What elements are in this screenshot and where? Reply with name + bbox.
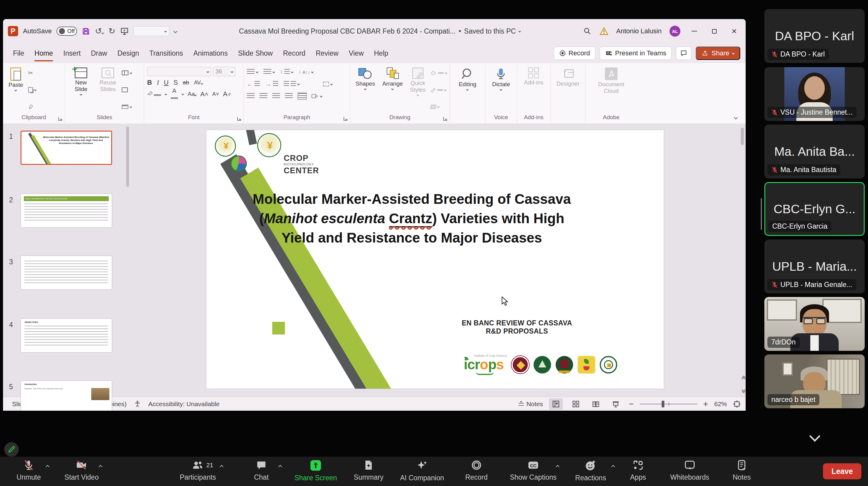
participant-tile-ma-anita[interactable]: Ma. Anita Ba... Ma. Anita Bautista <box>764 124 865 178</box>
shape-outline-button[interactable] <box>431 85 447 95</box>
participant-tile-uplb-maria[interactable]: UPLB - Maria... UPLB - Maria Genale... <box>764 239 865 293</box>
paragraph-dialog-launcher[interactable] <box>343 116 348 121</box>
chat-options-chevron[interactable] <box>279 464 282 469</box>
autosave-toggle[interactable]: Off <box>57 27 77 36</box>
record-button[interactable]: Record <box>554 47 595 60</box>
drawing-dialog-launcher[interactable] <box>443 116 447 121</box>
slide-title[interactable]: Molecular Marker-Assisted Breeding of Ca… <box>250 189 574 248</box>
show-captions-button[interactable]: CC Show Captions <box>507 460 559 482</box>
format-painter-button[interactable] <box>28 102 36 112</box>
slide-banner-text[interactable]: EN BANC REVIEW OF CASSAVA R&D PROPOSALS <box>454 319 580 335</box>
thumbnail-scrollbar[interactable] <box>126 126 129 187</box>
italic-button[interactable]: I <box>157 79 159 86</box>
collapse-ribbon-chevron[interactable] <box>734 116 738 119</box>
whiteboards-button[interactable]: Whiteboards <box>664 460 715 482</box>
columns-button[interactable] <box>284 79 300 89</box>
tab-home[interactable]: Home <box>29 45 58 62</box>
numbering-button[interactable] <box>264 67 275 77</box>
tab-transitions[interactable]: Transitions <box>144 45 188 62</box>
accessibility-status[interactable]: Accessibility: Unavailable <box>148 400 220 408</box>
strikethrough-button[interactable]: ab <box>183 79 189 86</box>
notes-toggle[interactable]: Notes <box>519 400 543 408</box>
saved-status[interactable]: Saved to this PC <box>464 27 516 35</box>
sort-text-button[interactable]: ↓A↑↓ <box>299 67 314 77</box>
new-slide-button[interactable]: + New Slide <box>68 67 94 113</box>
share-button[interactable]: Share <box>696 47 740 60</box>
close-button[interactable]: × <box>728 25 740 37</box>
participant-tile-da-bpo-karl[interactable]: DA BPO - Karl DA BPO - Karl <box>764 9 865 63</box>
character-spacing-button[interactable]: AV <box>194 80 203 86</box>
ai-companion-button[interactable]: AI Companion <box>396 460 448 482</box>
search-icon[interactable] <box>583 27 592 35</box>
tab-view[interactable]: View <box>343 45 369 62</box>
captions-options-chevron[interactable] <box>556 464 559 469</box>
increase-font-button[interactable]: A˄ <box>200 90 208 98</box>
reactions-button[interactable]: Reactions <box>565 460 616 482</box>
font-name-combo[interactable] <box>147 67 211 76</box>
chat-button[interactable]: Chat <box>236 460 287 482</box>
tab-record[interactable]: Record <box>278 45 311 62</box>
notes-button[interactable]: Notes <box>716 460 767 482</box>
document-cloud-button[interactable]: Document Cloud <box>589 67 634 113</box>
highlight-color-button[interactable] <box>147 91 161 97</box>
bullets-button[interactable] <box>247 67 258 77</box>
editing-button[interactable]: Editing <box>456 67 478 113</box>
previous-slide-button[interactable] <box>742 376 745 380</box>
reuse-slides-button[interactable]: Reuse Slides <box>96 67 119 113</box>
warning-icon[interactable] <box>599 27 609 36</box>
present-in-teams-button[interactable]: T Present in Teams <box>600 47 672 60</box>
start-slideshow-icon[interactable] <box>120 27 129 35</box>
increase-indent-button[interactable]: → <box>265 79 278 89</box>
participant-tile-cbc-erlyn-active-speaker[interactable]: CBC-Erlyn G... CBC-Erlyn Garcia <box>764 182 865 236</box>
slideshow-view-button[interactable] <box>609 398 623 410</box>
user-avatar[interactable]: AL <box>670 26 680 37</box>
zoom-in-button[interactable]: + <box>703 400 708 408</box>
tab-design[interactable]: Design <box>113 45 145 62</box>
panel-resize-handle[interactable] <box>761 198 762 230</box>
tab-review[interactable]: Review <box>311 45 343 62</box>
participants-button[interactable]: Participants 21 <box>172 460 224 482</box>
record-button-zoom[interactable]: Record <box>451 460 502 482</box>
start-video-button[interactable]: Start Video <box>56 460 107 482</box>
font-size-combo[interactable]: 36 <box>213 67 235 76</box>
slide-layout-button[interactable] <box>122 68 132 78</box>
shapes-button[interactable]: Shapes <box>353 67 377 113</box>
shape-effects-button[interactable] <box>431 102 447 112</box>
undo-icon[interactable]: ↺ <box>95 27 104 35</box>
save-icon[interactable] <box>82 27 90 35</box>
tab-insert[interactable]: Insert <box>58 45 86 62</box>
change-case-button[interactable]: Aa <box>188 91 196 97</box>
share-screen-button[interactable]: Share Screen <box>290 460 341 482</box>
cut-button[interactable]: ✂ <box>28 68 36 78</box>
annotation-pencil-button[interactable] <box>4 442 19 457</box>
restore-button[interactable] <box>708 25 720 37</box>
text-direction-button[interactable] <box>323 79 332 89</box>
participants-options-chevron[interactable] <box>220 464 223 469</box>
zoom-level[interactable]: 62% <box>714 400 727 408</box>
video-options-chevron[interactable] <box>99 464 102 469</box>
arrange-button[interactable]: Arrange <box>380 67 405 113</box>
slide-1[interactable]: ¥ ¥ CROP BIOTECHNOLOGY CENTER Molecular … <box>206 130 664 389</box>
slide-thumbnail-3[interactable] <box>21 256 112 290</box>
tab-file[interactable]: File <box>8 45 29 62</box>
tab-animations[interactable]: Animations <box>188 45 233 62</box>
user-name[interactable]: Antonio Lalusin <box>616 27 662 35</box>
slide-vertical-scrollbar[interactable] <box>741 127 744 358</box>
font-color-button[interactable]: A <box>171 88 178 101</box>
addins-button[interactable]: Add-ins <box>522 67 546 113</box>
next-slide-button[interactable] <box>742 388 745 393</box>
bold-button[interactable]: B <box>147 79 152 86</box>
shape-fill-button[interactable] <box>431 68 447 78</box>
summary-button[interactable]: Summary <box>343 460 394 482</box>
section-button[interactable] <box>122 102 132 112</box>
underline-button[interactable]: U <box>164 79 168 86</box>
slide-thumbnail-1[interactable]: Molecular Marker-Assisted Breeding of Ca… <box>21 131 112 165</box>
copy-button[interactable] <box>28 85 36 95</box>
decrease-font-button[interactable]: A˅ <box>212 91 219 97</box>
clear-formatting-button[interactable]: A <box>223 90 231 98</box>
slide-sorter-view-button[interactable] <box>569 398 583 410</box>
slide-canvas[interactable]: ¥ ¥ CROP BIOTECHNOLOGY CENTER Molecular … <box>130 124 746 397</box>
decrease-indent-button[interactable]: ← <box>247 79 260 89</box>
dictate-button[interactable]: Dictate <box>490 67 513 113</box>
align-left-button[interactable] <box>247 93 255 99</box>
